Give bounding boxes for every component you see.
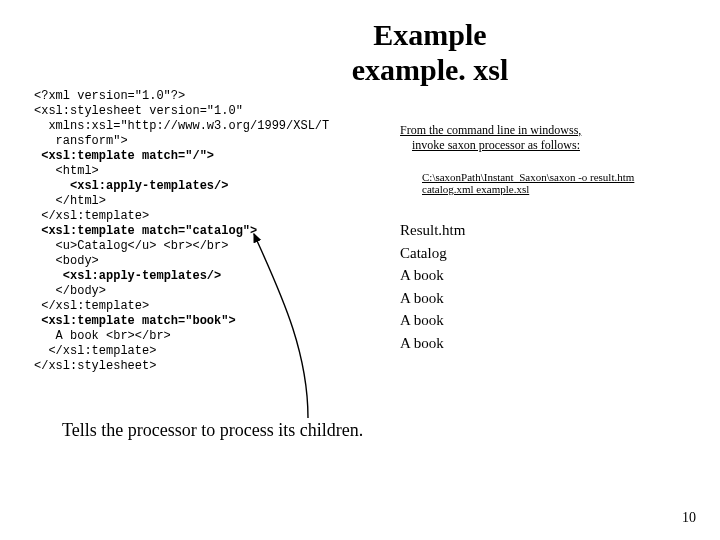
result-line: A book (400, 287, 686, 310)
xsl-code-block: <?xml version="1.0"?> <xsl:stylesheet ve… (34, 89, 374, 374)
page-number: 10 (682, 510, 696, 526)
cmd-line-1: From the command line in windowss, (400, 123, 581, 137)
cmd-line-2: invoke saxon processor as follows: (412, 138, 580, 152)
title-line-1: Example (373, 18, 486, 51)
result-line: A book (400, 332, 686, 355)
result-line: A book (400, 309, 686, 332)
right-column: From the command line in windowss, invok… (400, 89, 686, 354)
result-line: Result.htm (400, 219, 686, 242)
command-description: From the command line in windowss, invok… (400, 123, 686, 153)
result-line: A book (400, 264, 686, 287)
command-path: C:\saxonPath\Instant_Saxon\saxon -o resu… (400, 171, 686, 195)
slide: Example example. xsl <?xml version="1.0"… (0, 0, 720, 540)
slide-title: Example example. xsl (34, 18, 686, 87)
title-line-2: example. xsl (352, 53, 509, 86)
caption-text: Tells the processor to process its child… (62, 420, 686, 441)
left-column: <?xml version="1.0"?> <xsl:stylesheet ve… (34, 89, 374, 374)
result-output: Result.htmCatalogA bookA bookA bookA boo… (400, 219, 686, 354)
content-columns: <?xml version="1.0"?> <xsl:stylesheet ve… (34, 89, 686, 374)
result-line: Catalog (400, 242, 686, 265)
path-text: C:\saxonPath\Instant_Saxon\saxon -o resu… (422, 171, 634, 195)
